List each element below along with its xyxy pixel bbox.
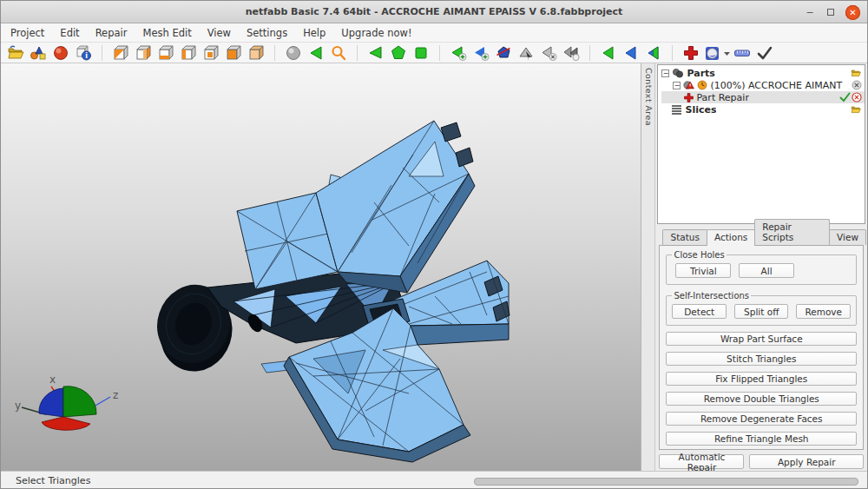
fix-flipped-triangles-button[interactable]: Fix Flipped Triangles (666, 372, 857, 386)
toolbar-separator (589, 45, 590, 61)
menu-settings[interactable]: Settings (239, 24, 295, 42)
refine-triangle-mesh-button[interactable]: Refine Triangle Mesh (666, 432, 857, 446)
title-bar[interactable]: netfabb Basic 7.4 64bit - ACCROCHE AIMAN… (1, 1, 867, 23)
tree-row-part-repair[interactable]: Part Repair (661, 91, 865, 103)
parts-spheres-icon (672, 68, 684, 79)
part-clock-icon (697, 80, 707, 90)
remove-degenerate-faces-button[interactable]: Remove Degenerate Faces (666, 412, 857, 426)
close-holes-group: Close Holes Trivial All (666, 250, 857, 285)
shaded-sphere-icon[interactable] (285, 44, 302, 62)
apply-repair-button[interactable]: Apply Repair (749, 454, 864, 469)
all-button[interactable]: All (739, 263, 794, 278)
tree-row-part[interactable]: − (100%) ACCROCHE AIMANT EPAI (661, 79, 865, 91)
tree-label-part-repair: Part Repair (696, 92, 748, 103)
add-part-icon[interactable] (30, 44, 47, 62)
toolbar-separator (102, 45, 102, 61)
self-intersections-legend: Self-Intersections (672, 291, 751, 301)
main-area: x y z Context Area − Parts (1, 63, 867, 471)
maximize-button[interactable] (825, 6, 837, 18)
tree-row-slices[interactable]: Slices (661, 103, 865, 116)
detect-button[interactable]: Detect (672, 304, 727, 319)
status-bar: Select Triangles (1, 471, 867, 489)
tree-label-part: (100%) ACCROCHE AIMANT EPAI (710, 80, 845, 91)
menu-project[interactable]: Project (3, 24, 52, 42)
context-area-strip[interactable]: Context Area (641, 63, 656, 471)
close-holes-legend: Close Holes (672, 250, 726, 260)
3d-viewport[interactable]: x y z (1, 63, 641, 471)
axis-y-label: y (15, 400, 21, 412)
repair-action-buttons: Wrap Part Surface Stitch Triangles Fix F… (666, 332, 857, 446)
axis-z-label: z (113, 389, 118, 401)
expander-part-icon[interactable]: − (673, 82, 681, 89)
view-cube-right-icon[interactable] (135, 44, 152, 62)
add-triangle-selection-icon[interactable] (450, 44, 467, 62)
open-folder-icon[interactable] (850, 104, 862, 115)
repair-part-icon[interactable] (52, 44, 69, 62)
magnifier-icon[interactable] (330, 44, 347, 62)
view-cube-front-icon[interactable] (225, 44, 242, 62)
tab-repair-scripts[interactable]: Repair Scripts (754, 219, 830, 245)
select-shell-icon[interactable] (412, 44, 430, 62)
remove-double-triangles-button[interactable]: Remove Double Triangles (666, 392, 857, 406)
apply-check-icon[interactable] (756, 44, 773, 62)
toolbar-separator (357, 45, 358, 61)
clear-selection-icon[interactable] (540, 44, 557, 62)
zoom-to-part-icon[interactable] (307, 44, 325, 62)
window-title: netfabb Basic 7.4 64bit - ACCROCHE AIMAN… (246, 6, 622, 17)
repair-plus-icon (684, 93, 694, 102)
add-surface-selection-icon[interactable] (472, 44, 490, 62)
application-window: netfabb Basic 7.4 64bit - ACCROCHE AIMAN… (0, 0, 868, 489)
select-triangle-icon[interactable] (367, 44, 385, 62)
tab-view[interactable]: View (829, 229, 866, 245)
part-warning-icon (683, 80, 694, 90)
self-intersections-group: Self-Intersections Detect Split off Remo… (666, 291, 857, 326)
stitch-triangles-button[interactable]: Stitch Triangles (666, 352, 857, 366)
close-button[interactable]: ✕ (845, 5, 860, 20)
collapse-green-icon[interactable] (600, 44, 617, 62)
collapse-mixed-icon[interactable] (645, 44, 662, 62)
wrap-part-surface-button[interactable]: Wrap Part Surface (666, 332, 857, 346)
trivial-button[interactable]: Trivial (675, 263, 731, 278)
open-folder-icon[interactable] (850, 68, 862, 78)
measure-icon[interactable] (733, 44, 751, 62)
collapse-blue-icon[interactable] (622, 44, 640, 62)
split-off-button[interactable]: Split off (734, 304, 789, 319)
shell-menu-icon[interactable] (705, 44, 722, 62)
cut-mesh-icon[interactable] (495, 44, 512, 62)
remove-button[interactable]: Remove (796, 304, 851, 319)
remove-icon[interactable] (852, 80, 862, 90)
open-project-icon[interactable] (7, 44, 24, 62)
select-surface-icon[interactable] (390, 44, 407, 62)
toolbar: i (1, 43, 867, 63)
part-info-icon[interactable]: i (75, 44, 92, 62)
menu-view[interactable]: View (200, 24, 239, 42)
shell-menu-caret-icon[interactable] (723, 44, 731, 62)
menu-repair[interactable]: Repair (88, 24, 135, 42)
invert-selection-icon[interactable] (562, 44, 580, 62)
toolbar-separator (439, 45, 440, 61)
menu-help[interactable]: Help (295, 24, 333, 42)
view-cube-left-icon[interactable] (180, 44, 197, 62)
toolbar-separator (672, 45, 673, 61)
pick-triangle-icon[interactable] (517, 44, 535, 62)
new-repair-icon[interactable] (682, 44, 700, 62)
actions-tab-panel: Close Holes Trivial All Self-Intersectio… (659, 245, 864, 450)
view-cube-bottom-icon[interactable] (157, 44, 174, 62)
context-panel: − Parts − (655, 63, 867, 471)
view-cube-iso-icon[interactable] (247, 44, 265, 62)
view-cube-top-icon[interactable] (112, 44, 129, 62)
svg-text:i: i (85, 52, 88, 60)
apply-check-icon[interactable] (839, 92, 851, 102)
tab-status[interactable]: Status (662, 229, 707, 245)
expander-parts-icon[interactable]: − (661, 69, 669, 77)
automatic-repair-button[interactable]: Automatic Repair (659, 454, 744, 469)
menu-mesh-edit[interactable]: Mesh Edit (135, 24, 199, 42)
menu-edit[interactable]: Edit (52, 24, 87, 42)
tree-row-parts[interactable]: − Parts (661, 67, 865, 79)
slices-icon (671, 104, 682, 115)
tab-actions[interactable]: Actions (707, 229, 755, 246)
menu-upgrade-now[interactable]: Upgrade now! (333, 24, 419, 42)
view-cube-back-icon[interactable] (202, 44, 220, 62)
minimize-button[interactable]: − (804, 6, 816, 18)
cancel-icon[interactable] (852, 92, 862, 102)
